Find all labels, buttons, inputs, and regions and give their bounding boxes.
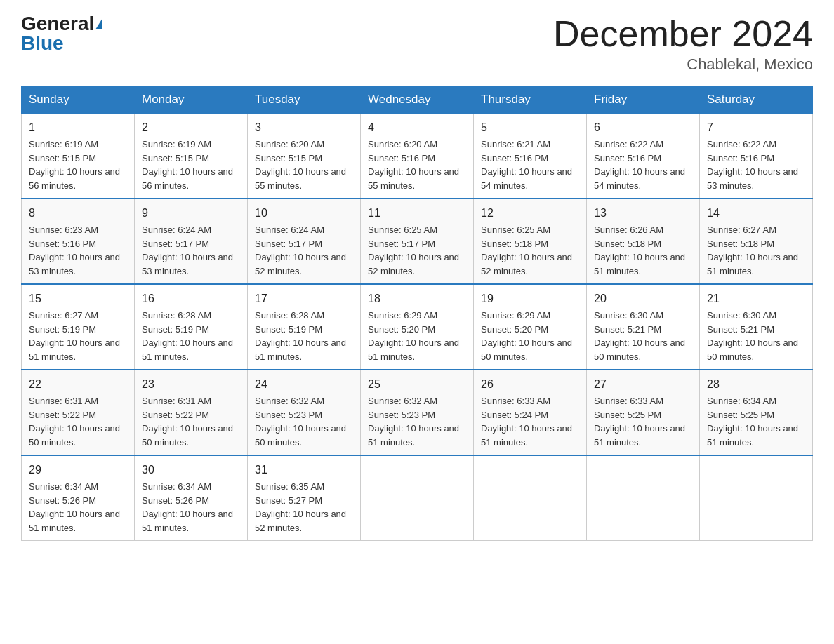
day-info: Sunrise: 6:34 AMSunset: 5:26 PMDaylight:…	[142, 481, 233, 533]
day-number: 19	[481, 290, 579, 307]
day-info: Sunrise: 6:19 AMSunset: 5:15 PMDaylight:…	[142, 139, 233, 191]
day-info: Sunrise: 6:20 AMSunset: 5:15 PMDaylight:…	[255, 139, 346, 191]
day-info: Sunrise: 6:24 AMSunset: 5:17 PMDaylight:…	[255, 224, 346, 276]
calendar-cell: 20Sunrise: 6:30 AMSunset: 5:21 PMDayligh…	[587, 284, 700, 370]
day-number: 4	[368, 119, 466, 136]
calendar-cell: 29Sunrise: 6:34 AMSunset: 5:26 PMDayligh…	[22, 455, 135, 541]
day-info: Sunrise: 6:22 AMSunset: 5:16 PMDaylight:…	[594, 139, 685, 191]
day-info: Sunrise: 6:31 AMSunset: 5:22 PMDaylight:…	[142, 396, 233, 448]
calendar-cell: 19Sunrise: 6:29 AMSunset: 5:20 PMDayligh…	[474, 284, 587, 370]
day-info: Sunrise: 6:25 AMSunset: 5:18 PMDaylight:…	[481, 224, 572, 276]
calendar-cell	[361, 455, 474, 541]
day-number: 2	[142, 119, 240, 136]
day-info: Sunrise: 6:30 AMSunset: 5:21 PMDaylight:…	[707, 310, 798, 362]
logo: General Blue	[21, 14, 102, 53]
day-number: 13	[594, 205, 692, 222]
day-number: 16	[142, 290, 240, 307]
calendar-cell	[700, 455, 813, 541]
page-header: General Blue December 2024 Chablekal, Me…	[21, 14, 813, 74]
calendar-cell: 28Sunrise: 6:34 AMSunset: 5:25 PMDayligh…	[700, 370, 813, 455]
week-row-1: 1Sunrise: 6:19 AMSunset: 5:15 PMDaylight…	[22, 113, 813, 199]
calendar-cell: 8Sunrise: 6:23 AMSunset: 5:16 PMDaylight…	[22, 199, 135, 284]
day-info: Sunrise: 6:32 AMSunset: 5:23 PMDaylight:…	[255, 396, 346, 448]
logo-blue-text: Blue	[21, 34, 64, 53]
day-number: 15	[29, 290, 127, 307]
calendar-cell: 15Sunrise: 6:27 AMSunset: 5:19 PMDayligh…	[22, 284, 135, 370]
day-info: Sunrise: 6:20 AMSunset: 5:16 PMDaylight:…	[368, 139, 459, 191]
calendar-cell: 1Sunrise: 6:19 AMSunset: 5:15 PMDaylight…	[22, 113, 135, 199]
calendar-cell: 12Sunrise: 6:25 AMSunset: 5:18 PMDayligh…	[474, 199, 587, 284]
weekday-header-monday: Monday	[135, 87, 248, 114]
week-row-2: 8Sunrise: 6:23 AMSunset: 5:16 PMDaylight…	[22, 199, 813, 284]
calendar-cell: 31Sunrise: 6:35 AMSunset: 5:27 PMDayligh…	[248, 455, 361, 541]
day-number: 6	[594, 119, 692, 136]
day-number: 9	[142, 205, 240, 222]
weekday-header-row: SundayMondayTuesdayWednesdayThursdayFrid…	[22, 87, 813, 114]
day-number: 5	[481, 119, 579, 136]
calendar-cell: 17Sunrise: 6:28 AMSunset: 5:19 PMDayligh…	[248, 284, 361, 370]
day-info: Sunrise: 6:24 AMSunset: 5:17 PMDaylight:…	[142, 224, 233, 276]
weekday-header-sunday: Sunday	[22, 87, 135, 114]
location-subtitle: Chablekal, Mexico	[553, 55, 813, 74]
calendar-cell: 18Sunrise: 6:29 AMSunset: 5:20 PMDayligh…	[361, 284, 474, 370]
week-row-4: 22Sunrise: 6:31 AMSunset: 5:22 PMDayligh…	[22, 370, 813, 455]
calendar-cell	[587, 455, 700, 541]
day-number: 23	[142, 376, 240, 393]
calendar-cell: 25Sunrise: 6:32 AMSunset: 5:23 PMDayligh…	[361, 370, 474, 455]
calendar-cell: 13Sunrise: 6:26 AMSunset: 5:18 PMDayligh…	[587, 199, 700, 284]
day-number: 28	[707, 376, 805, 393]
calendar-cell: 16Sunrise: 6:28 AMSunset: 5:19 PMDayligh…	[135, 284, 248, 370]
day-number: 8	[29, 205, 127, 222]
calendar-cell: 21Sunrise: 6:30 AMSunset: 5:21 PMDayligh…	[700, 284, 813, 370]
day-number: 20	[594, 290, 692, 307]
day-info: Sunrise: 6:34 AMSunset: 5:26 PMDaylight:…	[29, 481, 120, 533]
day-info: Sunrise: 6:28 AMSunset: 5:19 PMDaylight:…	[255, 310, 346, 362]
day-info: Sunrise: 6:33 AMSunset: 5:25 PMDaylight:…	[594, 396, 685, 448]
day-info: Sunrise: 6:30 AMSunset: 5:21 PMDaylight:…	[594, 310, 685, 362]
day-number: 26	[481, 376, 579, 393]
day-number: 21	[707, 290, 805, 307]
day-info: Sunrise: 6:21 AMSunset: 5:16 PMDaylight:…	[481, 139, 572, 191]
day-number: 3	[255, 119, 353, 136]
calendar-cell: 5Sunrise: 6:21 AMSunset: 5:16 PMDaylight…	[474, 113, 587, 199]
calendar-cell: 24Sunrise: 6:32 AMSunset: 5:23 PMDayligh…	[248, 370, 361, 455]
calendar-cell: 26Sunrise: 6:33 AMSunset: 5:24 PMDayligh…	[474, 370, 587, 455]
calendar-cell: 30Sunrise: 6:34 AMSunset: 5:26 PMDayligh…	[135, 455, 248, 541]
day-number: 12	[481, 205, 579, 222]
day-info: Sunrise: 6:19 AMSunset: 5:15 PMDaylight:…	[29, 139, 120, 191]
logo-general-text: General	[21, 14, 94, 34]
calendar-cell: 11Sunrise: 6:25 AMSunset: 5:17 PMDayligh…	[361, 199, 474, 284]
title-block: December 2024 Chablekal, Mexico	[553, 14, 813, 74]
day-number: 11	[368, 205, 466, 222]
calendar-cell: 6Sunrise: 6:22 AMSunset: 5:16 PMDaylight…	[587, 113, 700, 199]
day-number: 10	[255, 205, 353, 222]
day-number: 25	[368, 376, 466, 393]
day-number: 17	[255, 290, 353, 307]
day-number: 27	[594, 376, 692, 393]
day-number: 30	[142, 462, 240, 478]
day-number: 18	[368, 290, 466, 307]
calendar-cell: 22Sunrise: 6:31 AMSunset: 5:22 PMDayligh…	[22, 370, 135, 455]
calendar-table: SundayMondayTuesdayWednesdayThursdayFrid…	[21, 86, 813, 541]
weekday-header-thursday: Thursday	[474, 87, 587, 114]
day-info: Sunrise: 6:23 AMSunset: 5:16 PMDaylight:…	[29, 224, 120, 276]
day-info: Sunrise: 6:26 AMSunset: 5:18 PMDaylight:…	[594, 224, 685, 276]
week-row-3: 15Sunrise: 6:27 AMSunset: 5:19 PMDayligh…	[22, 284, 813, 370]
calendar-cell: 2Sunrise: 6:19 AMSunset: 5:15 PMDaylight…	[135, 113, 248, 199]
day-info: Sunrise: 6:34 AMSunset: 5:25 PMDaylight:…	[707, 396, 798, 448]
day-info: Sunrise: 6:28 AMSunset: 5:19 PMDaylight:…	[142, 310, 233, 362]
day-number: 7	[707, 119, 805, 136]
day-info: Sunrise: 6:25 AMSunset: 5:17 PMDaylight:…	[368, 224, 459, 276]
day-number: 29	[29, 462, 127, 478]
day-number: 22	[29, 376, 127, 393]
calendar-cell: 3Sunrise: 6:20 AMSunset: 5:15 PMDaylight…	[248, 113, 361, 199]
calendar-cell	[474, 455, 587, 541]
day-info: Sunrise: 6:29 AMSunset: 5:20 PMDaylight:…	[368, 310, 459, 362]
day-number: 24	[255, 376, 353, 393]
day-number: 14	[707, 205, 805, 222]
day-info: Sunrise: 6:35 AMSunset: 5:27 PMDaylight:…	[255, 481, 346, 533]
weekday-header-wednesday: Wednesday	[361, 87, 474, 114]
day-number: 31	[255, 462, 353, 478]
day-info: Sunrise: 6:27 AMSunset: 5:18 PMDaylight:…	[707, 224, 798, 276]
day-info: Sunrise: 6:33 AMSunset: 5:24 PMDaylight:…	[481, 396, 572, 448]
